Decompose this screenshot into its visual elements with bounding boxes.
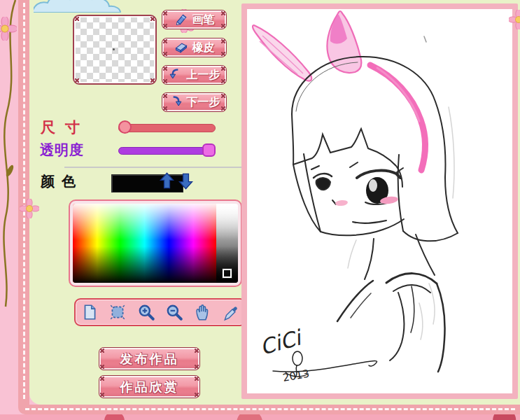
redo-arrow-icon [169,95,183,109]
opacity-slider-track[interactable] [118,147,215,155]
color-up-arrow-icon[interactable] [159,172,175,190]
brush-preview-box [73,15,157,85]
pencil-icon [174,13,188,27]
signature: CiCi 2013 [258,325,377,384]
undo-button[interactable]: 上一步 [162,65,227,85]
opacity-slider-thumb[interactable] [202,144,216,157]
new-page-icon[interactable] [80,303,99,321]
eraser-icon [174,41,188,55]
size-slider-thumb[interactable] [118,120,132,134]
eraser-button-label: 橡皮 [192,41,215,55]
zoom-in-icon[interactable] [137,303,155,321]
flower-icon [20,199,39,218]
brush-size-dot [113,48,115,50]
canvas-tools-bar [74,298,246,326]
drawing-canvas[interactable]: CiCi 2013 [247,9,512,393]
size-label: 尺寸 [41,118,90,137]
undo-button-label: 上一步 [187,68,220,83]
publish-button[interactable]: 发布作品 [99,347,200,370]
divider [64,167,241,168]
select-icon[interactable] [108,303,127,321]
eyedropper-icon[interactable] [222,303,240,321]
publish-button-label: 发布作品 [120,351,179,368]
zoom-out-icon[interactable] [165,303,183,321]
color-down-arrow-icon[interactable] [178,172,194,190]
gallery-button[interactable]: 作品欣赏 [99,375,200,398]
page-bottom-decoration [0,414,520,420]
brush-button[interactable]: 画笔 [162,10,227,29]
opacity-label: 透明度 [40,141,84,160]
blossom-icon [0,17,17,41]
eraser-button[interactable]: 橡皮 [162,38,227,57]
canvas-frame: CiCi 2013 [241,4,518,399]
flower-icon [509,10,520,29]
color-label: 颜色 [41,172,83,191]
paint-app: 画笔 橡皮 上一步 下一步 [0,0,520,420]
redo-button[interactable]: 下一步 [162,92,227,112]
undo-arrow-icon [169,68,183,82]
color-picker[interactable] [69,200,242,287]
girl-sketch [292,36,458,372]
canvas-drawing: CiCi 2013 [247,9,512,393]
size-slider-track[interactable] [118,124,216,132]
signature-year: 2013 [282,368,311,384]
gallery-button-label: 作品欣赏 [120,379,179,396]
cloud-icon [34,0,126,13]
brush-button-label: 画笔 [192,13,215,27]
hand-icon[interactable] [193,303,211,321]
redo-button-label: 下一步 [187,95,220,110]
dotted-border-bottom [18,405,520,414]
picker-selector[interactable] [223,269,232,278]
shade-overlay [73,204,238,283]
signature-text: CiCi [258,325,306,360]
